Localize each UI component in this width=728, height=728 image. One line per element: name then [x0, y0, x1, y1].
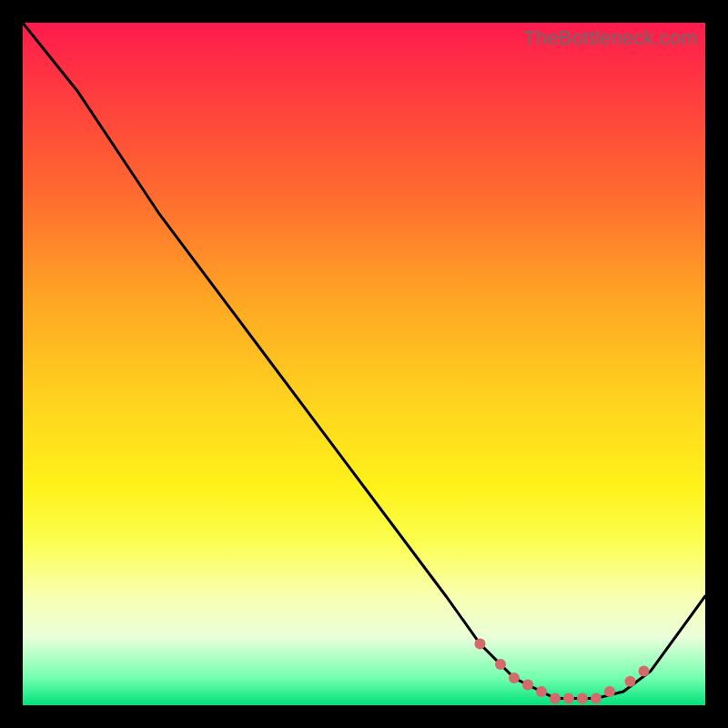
- marker-dot: [550, 693, 561, 704]
- marker-dot: [639, 666, 650, 677]
- watermark-text: TheBottleneck.com: [523, 26, 698, 50]
- marker-dot: [522, 680, 533, 691]
- marker-dot: [591, 693, 602, 704]
- marker-dot: [563, 693, 574, 704]
- bottleneck-curve: [23, 23, 705, 699]
- chart-frame: TheBottleneck.com: [23, 23, 705, 705]
- marker-dot: [509, 672, 520, 683]
- marker-dot: [577, 693, 588, 704]
- marker-dot: [604, 686, 615, 697]
- bottleneck-markers: [475, 639, 650, 704]
- marker-dot: [475, 639, 486, 650]
- marker-dot: [536, 686, 547, 697]
- chart-svg: [23, 23, 705, 705]
- marker-dot: [625, 676, 636, 687]
- marker-dot: [495, 659, 506, 670]
